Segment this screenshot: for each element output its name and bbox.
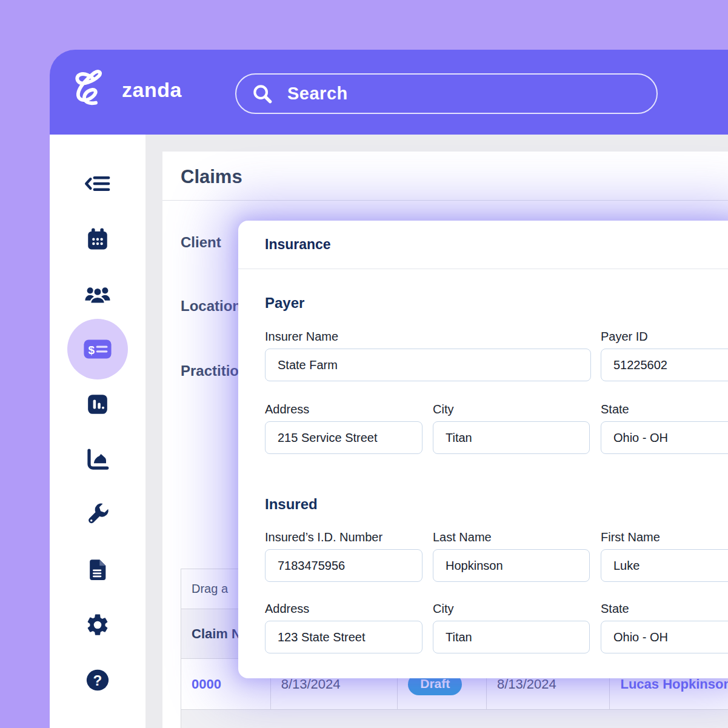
sidebar-item-collapse-menu[interactable] [83,169,112,198]
first-name-input[interactable] [601,549,728,582]
document-icon [85,558,110,582]
payer-address-field: Address [265,402,422,454]
field-label: City [433,402,590,416]
area-chart-icon [85,447,110,472]
payer-id-field: Payer ID [601,330,728,381]
modal-header: Insurance [238,221,728,269]
insured-city-field: City [433,602,590,653]
field-label: Insurer Name [265,330,591,344]
filter-label-client: Client [181,234,221,251]
sidebar: $ [50,135,145,728]
insured-state-field: State [601,602,728,653]
divider [162,200,728,201]
last-name-input[interactable] [433,549,590,582]
search-bar [235,73,658,114]
insurer-name-field: Insurer Name [265,330,591,381]
sidebar-item-clients[interactable] [83,279,112,309]
collapse-menu-icon [84,174,111,193]
modal-title: Insurance [265,236,331,253]
field-label: State [601,602,728,616]
page-title: Claims [181,166,242,188]
claim-number-link[interactable]: 0000 [192,676,221,692]
svg-text:?: ? [93,672,102,689]
app-header: zanda [50,50,728,135]
field-label: Payer ID [601,330,728,344]
zanda-logo-icon [70,67,116,113]
payer-address-input[interactable] [265,421,422,454]
filter-label-location: Location [181,298,241,315]
calendar-icon [85,226,110,252]
insured-address-input[interactable] [265,621,422,653]
field-label: Address [265,602,422,616]
payer-section-heading: Payer [265,295,304,312]
wrench-icon [85,502,110,527]
insured-section-heading: Insured [265,496,318,513]
field-label: City [433,602,590,616]
field-label: Insured’s I.D. Number [265,530,422,544]
sidebar-item-reports[interactable] [83,390,112,419]
payer-city-field: City [433,402,590,454]
sidebar-item-settings[interactable] [83,610,112,640]
insurer-name-input[interactable] [265,349,591,381]
app-window: Claims Client Location Practitioner Drag… [0,0,728,728]
insured-address-field: Address [265,602,422,653]
insured-id-field: Insured’s I.D. Number [265,530,422,582]
field-label: State [601,402,728,416]
bar-chart-icon [85,392,110,416]
sidebar-item-help[interactable]: ? [83,666,112,695]
field-label: Address [265,402,422,416]
brand: zanda [70,67,182,113]
clients-icon [84,282,112,306]
payer-state-input[interactable] [601,421,728,454]
last-name-field: Last Name [433,530,590,582]
payer-id-input[interactable] [601,349,728,381]
field-label: First Name [601,530,728,544]
gear-icon [85,612,110,638]
insurance-modal: Insurance Payer Insurer Name Payer ID Ad… [238,221,728,678]
insured-id-input[interactable] [265,549,422,582]
insured-state-input[interactable] [601,621,728,653]
search-input[interactable] [287,84,642,104]
insured-city-input[interactable] [433,621,590,653]
search-icon [251,82,274,105]
sidebar-item-documents[interactable] [83,555,112,584]
sidebar-item-billing[interactable]: $ [83,335,112,364]
sidebar-item-tools[interactable] [83,500,112,529]
brand-name: zanda [122,78,182,102]
svg-text:$: $ [88,344,95,356]
sidebar-item-analytics[interactable] [83,445,112,474]
table-footer [181,710,728,728]
help-icon: ? [85,669,110,692]
client-link[interactable]: Lucas Hopkinson [620,676,728,692]
first-name-field: First Name [601,530,728,582]
field-label: Last Name [433,530,590,544]
sidebar-item-calendar[interactable] [83,224,112,253]
payer-state-field: State [601,402,728,454]
payer-city-input[interactable] [433,421,590,454]
billing-icon: $ [83,338,112,360]
